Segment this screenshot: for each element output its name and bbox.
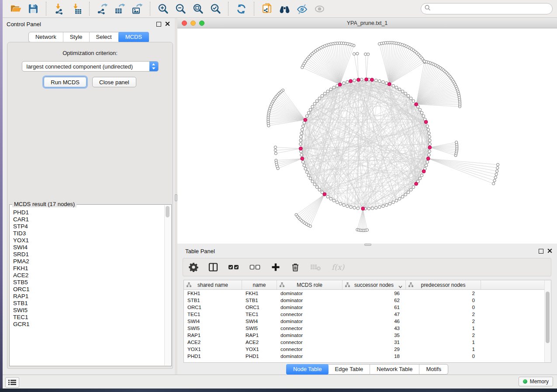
zoom-selected-icon[interactable]: [208, 2, 222, 16]
column-layout-icon[interactable]: [208, 261, 218, 273]
column-header-successor-nodes[interactable]: successor nodes: [343, 280, 406, 289]
column-header-predecessor-nodes[interactable]: predecessor nodes: [406, 280, 481, 289]
result-node-item[interactable]: STP4: [13, 223, 164, 230]
close-panel-icon[interactable]: [547, 247, 552, 255]
float-panel-icon[interactable]: [156, 22, 161, 27]
save-session-icon[interactable]: [26, 2, 40, 16]
tab-network-table[interactable]: Network Table: [370, 364, 419, 374]
table-body: FKH1FKH1dominator962STB1STB1dominator620…: [184, 290, 551, 360]
close-panel-icon[interactable]: [165, 20, 170, 28]
dropdown-stepper-icon: [149, 61, 158, 72]
result-node-item[interactable]: PMA2: [13, 258, 164, 265]
table-panel-header: Table Panel: [177, 245, 557, 257]
select-all-icon[interactable]: [228, 261, 239, 273]
result-node-item[interactable]: RAP1: [13, 293, 164, 300]
table-cell: connector: [277, 339, 343, 346]
result-node-item[interactable]: ACE2: [13, 272, 164, 279]
tab-network[interactable]: Network: [29, 32, 63, 42]
table-row[interactable]: SWI5SWI5connector431: [184, 325, 551, 332]
table-scrollbar[interactable]: [544, 280, 551, 362]
result-node-item[interactable]: STB5: [13, 279, 164, 286]
run-mcds-button[interactable]: Run MCDS: [44, 77, 86, 87]
float-panel-icon[interactable]: [539, 249, 543, 254]
list-menu-icon: [8, 379, 16, 385]
table-cell: dominator: [277, 297, 343, 304]
optimization-criterion-value: largest connected component (undirected): [22, 63, 149, 70]
close-panel-button[interactable]: Close panel: [92, 77, 136, 87]
panel-menu-button[interactable]: [5, 377, 19, 388]
zoom-in-icon[interactable]: [156, 2, 170, 16]
table-row[interactable]: PHD1PHD1dominator180: [184, 353, 551, 360]
gear-icon[interactable]: [189, 261, 198, 273]
scrollbar-thumb[interactable]: [546, 292, 550, 343]
add-column-icon[interactable]: [271, 261, 280, 273]
refresh-icon[interactable]: [234, 2, 248, 16]
network-window-titlebar[interactable]: YPA_prune.txt_1: [177, 18, 557, 28]
zoom-fit-icon[interactable]: [191, 2, 205, 16]
result-node-item[interactable]: GCR1: [13, 321, 164, 328]
table-cell: 62: [343, 297, 406, 304]
export-table-icon[interactable]: [113, 2, 127, 16]
export-network-icon[interactable]: [95, 2, 109, 16]
network-graph[interactable]: [177, 28, 557, 244]
search-box[interactable]: [421, 3, 553, 14]
column-header-MCDS-role[interactable]: MCDS role: [277, 280, 343, 289]
open-folder-icon[interactable]: [9, 2, 23, 16]
result-node-item[interactable]: TEC1: [13, 314, 164, 321]
result-node-item[interactable]: SRD1: [13, 251, 164, 258]
tab-style[interactable]: Style: [63, 32, 90, 42]
tab-node-table[interactable]: Node Table: [286, 364, 329, 375]
table-cell: 2: [406, 311, 481, 318]
mcds-result-list[interactable]: PHD1CAR1STP4TID3YOX1SWI4SRD1PMA2FKH1ACE2…: [10, 205, 164, 365]
close-window-icon[interactable]: [182, 21, 187, 26]
table-row[interactable]: FKH1FKH1dominator962: [184, 290, 551, 297]
table-row[interactable]: ACE2ACE2connector311: [184, 339, 551, 346]
result-node-item[interactable]: YOX1: [13, 237, 164, 244]
export-image-icon[interactable]: [130, 2, 144, 16]
table-row[interactable]: YOX1YOX1connector291: [184, 346, 551, 353]
table-cell: 61: [343, 304, 406, 311]
search-input[interactable]: [433, 5, 549, 13]
column-header-shared-name[interactable]: shared name: [184, 280, 242, 289]
result-node-item[interactable]: PHD1: [13, 209, 164, 216]
table-cell: 1: [406, 325, 481, 332]
table-cell: connector: [277, 311, 343, 318]
column-header-name[interactable]: name: [242, 280, 277, 289]
tab-motifs[interactable]: Motifs: [419, 364, 448, 374]
tab-edge-table[interactable]: Edge Table: [328, 364, 370, 374]
zoom-out-icon[interactable]: [173, 2, 187, 16]
result-node-item[interactable]: FKH1: [13, 265, 164, 272]
table-cell: SWI4: [242, 318, 277, 325]
deselect-all-icon[interactable]: [249, 261, 261, 273]
import-table-icon[interactable]: [69, 2, 83, 16]
duplicate-network-icon[interactable]: [260, 2, 274, 16]
result-node-item[interactable]: SWI5: [13, 307, 164, 314]
maximize-window-icon[interactable]: [199, 21, 204, 26]
scrollbar-thumb[interactable]: [166, 206, 170, 217]
preview-eye-icon[interactable]: [312, 2, 326, 16]
visibility-toggle-icon[interactable]: [295, 2, 309, 16]
result-list-scrollbar[interactable]: [164, 205, 171, 365]
tab-mcds[interactable]: MCDS: [118, 32, 149, 42]
table-row[interactable]: SWI4SWI4dominator462: [184, 318, 551, 325]
import-network-icon[interactable]: [52, 2, 66, 16]
table-cell: dominator: [277, 353, 343, 360]
memory-button[interactable]: Memory: [519, 377, 553, 386]
delete-column-icon[interactable]: [291, 261, 300, 273]
result-node-item[interactable]: STB1: [13, 300, 164, 307]
result-node-item[interactable]: CAR1: [13, 216, 164, 223]
table-cell: 31: [343, 339, 406, 346]
table-row[interactable]: RAP1RAP1dominator352: [184, 332, 551, 339]
table-row[interactable]: ORC1ORC1dominator610: [184, 304, 551, 311]
result-node-item[interactable]: TID3: [13, 230, 164, 237]
attribute-type-icon: [408, 282, 413, 289]
table-row[interactable]: STB1STB1dominator620: [184, 297, 551, 304]
network-canvas[interactable]: [177, 28, 557, 244]
result-node-item[interactable]: SWI4: [13, 244, 164, 251]
binoculars-icon[interactable]: [277, 2, 291, 16]
tab-select[interactable]: Select: [90, 32, 119, 42]
result-node-item[interactable]: ORC1: [13, 286, 164, 293]
minimize-window-icon[interactable]: [190, 21, 196, 26]
optimization-criterion-select[interactable]: largest connected component (undirected): [22, 61, 159, 72]
table-row[interactable]: TEC1TEC1connector472: [184, 311, 551, 318]
